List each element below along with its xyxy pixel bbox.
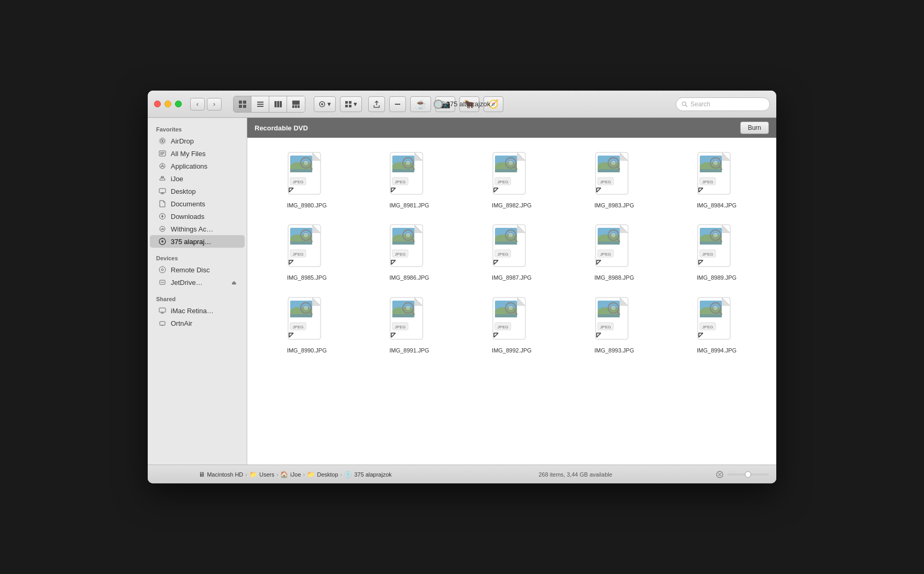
zoom-thumb[interactable] — [745, 471, 751, 478]
zoom-icon — [716, 470, 724, 479]
sidebar-item-downloads[interactable]: Downloads — [150, 210, 245, 223]
close-button[interactable] — [154, 101, 161, 107]
svg-rect-2 — [239, 105, 242, 108]
view-list-button[interactable] — [251, 96, 269, 112]
file-item[interactable]: JPEG IMG_8981.JPG — [360, 148, 459, 212]
ortnair-icon — [158, 319, 167, 327]
title-bar: ‹ › ▾ ▾ — [148, 91, 776, 118]
sidebar-item-remote-disc[interactable]: Remote Disc — [150, 263, 245, 276]
share-button[interactable] — [368, 96, 385, 112]
svg-text:JPEG: JPEG — [600, 325, 611, 329]
desktop-label: Desktop — [171, 187, 196, 195]
file-item[interactable]: JPEG IMG_8980.JPG — [258, 148, 356, 212]
sidebar-item-applications[interactable]: Applications — [150, 160, 245, 172]
file-icon-wrapper: JPEG — [491, 296, 533, 344]
view-column-button[interactable] — [269, 96, 287, 112]
svg-rect-146 — [290, 314, 312, 317]
file-item[interactable]: JPEG IMG_8991.JPG — [360, 293, 459, 357]
breadcrumb-macintosh[interactable]: 🖥 Macintosh HD — [199, 471, 243, 478]
svg-rect-119 — [495, 241, 517, 245]
svg-rect-83 — [598, 169, 620, 172]
file-item[interactable]: JPEG IMG_8982.JPG — [463, 148, 561, 212]
svg-rect-7 — [274, 101, 277, 107]
view-icon-button[interactable] — [234, 96, 251, 112]
jetdrive-icon — [158, 278, 167, 286]
devices-header: Devices — [148, 252, 247, 263]
sidebar-item-imac[interactable]: iMac Retina… — [150, 304, 245, 317]
forward-button[interactable]: › — [207, 98, 222, 111]
eject-icon[interactable]: ⏏ — [232, 280, 236, 285]
sidebar-item-airdrop[interactable]: AirDrop — [150, 135, 245, 147]
file-name: IMG_8994.JPG — [697, 347, 736, 354]
sidebar-item-jetdrive[interactable]: JetDrive… ⏏ — [150, 276, 245, 289]
svg-point-130 — [611, 233, 616, 238]
file-name: IMG_8981.JPG — [389, 202, 429, 209]
zoom-slider[interactable] — [727, 473, 769, 476]
breadcrumb-alaprajzok[interactable]: 💿 375 alaprajzok — [344, 471, 392, 478]
maximize-button[interactable] — [175, 101, 182, 107]
arrange-button[interactable]: ▾ — [340, 96, 362, 112]
view-mode-group — [233, 96, 305, 113]
file-item[interactable]: JPEG IMG_8994.JPG — [667, 293, 766, 357]
withings-label: Withings Ac… — [171, 225, 213, 233]
view-cover-button[interactable] — [287, 96, 305, 112]
file-icon-wrapper: JPEG — [286, 296, 328, 344]
sidebar-item-ijoe[interactable]: iJoe — [150, 172, 245, 185]
shared-header: Shared — [148, 293, 247, 304]
svg-rect-12 — [295, 105, 297, 108]
theine-button[interactable]: ☕ — [410, 96, 431, 112]
svg-text:JPEG: JPEG — [395, 252, 406, 257]
breadcrumb-desktop[interactable]: 📁 Desktop — [307, 471, 338, 478]
action-button[interactable]: ▾ — [314, 96, 336, 112]
svg-text:JPEG: JPEG — [702, 180, 713, 184]
status-bar: 🖥 Macintosh HD › 📁 Users › 🏠 iJoe › 📁 De… — [148, 465, 776, 483]
file-item[interactable]: JPEG IMG_8986.JPG — [360, 220, 459, 284]
sidebar-item-withings[interactable]: Withings Ac… — [150, 223, 245, 235]
file-icon-wrapper: JPEG — [491, 151, 533, 198]
file-item[interactable]: JPEG IMG_8989.JPG — [667, 220, 766, 284]
svg-point-15 — [321, 103, 323, 105]
file-name: IMG_8982.JPG — [492, 202, 532, 209]
sidebar-item-alaprajzok[interactable]: 375 alapraj… — [150, 235, 245, 248]
file-icon-wrapper: JPEG — [286, 224, 328, 271]
svg-rect-16 — [345, 101, 348, 104]
file-item[interactable]: JPEG IMG_8983.JPG — [565, 148, 664, 212]
file-item[interactable]: JPEG IMG_8985.JPG — [258, 220, 356, 284]
file-name: IMG_8983.JPG — [595, 202, 634, 209]
svg-rect-51 — [160, 322, 165, 325]
search-box[interactable]: Search — [676, 97, 770, 111]
svg-text:JPEG: JPEG — [498, 325, 509, 329]
sidebar-item-documents[interactable]: Documents — [150, 197, 245, 210]
svg-rect-18 — [345, 105, 348, 107]
main-area: Favorites AirDrop All My Files Applicati… — [148, 118, 776, 465]
svg-rect-10 — [292, 101, 300, 105]
file-item[interactable]: JPEG IMG_8993.JPG — [565, 293, 664, 357]
svg-rect-173 — [598, 314, 620, 317]
breadcrumb: 🖥 Macintosh HD › 📁 Users › 🏠 iJoe › 📁 De… — [155, 471, 435, 478]
breadcrumb-users[interactable]: 📁 Users — [249, 471, 274, 478]
file-icon-wrapper: JPEG — [388, 224, 430, 271]
breadcrumb-ijoe[interactable]: 🏠 iJoe — [280, 471, 301, 478]
file-item[interactable]: JPEG IMG_8987.JPG — [463, 220, 561, 284]
file-item[interactable]: JPEG IMG_8984.JPG — [667, 148, 766, 212]
tag-button[interactable] — [389, 96, 406, 112]
file-item[interactable]: JPEG IMG_8992.JPG — [463, 293, 561, 357]
svg-point-103 — [303, 233, 309, 238]
sidebar-item-desktop[interactable]: Desktop — [150, 185, 245, 197]
file-name: IMG_8991.JPG — [389, 347, 429, 354]
burn-button[interactable]: Burn — [740, 122, 769, 134]
svg-rect-0 — [239, 101, 242, 104]
sidebar-item-all-my-files[interactable]: All My Files — [150, 147, 245, 160]
back-button[interactable]: ‹ — [190, 98, 205, 111]
file-item[interactable]: JPEG IMG_8990.JPG — [258, 293, 356, 357]
svg-line-22 — [686, 105, 688, 107]
remote-disc-label: Remote Disc — [171, 266, 210, 274]
svg-rect-137 — [700, 241, 722, 245]
svg-point-76 — [508, 160, 513, 165]
svg-point-85 — [611, 160, 616, 165]
alaprajzok-icon — [158, 237, 167, 246]
minimize-button[interactable] — [164, 101, 171, 107]
svg-text:JPEG: JPEG — [395, 180, 406, 184]
sidebar-item-ortnair[interactable]: OrtnAir — [150, 317, 245, 329]
file-item[interactable]: JPEG IMG_8988.JPG — [565, 220, 664, 284]
